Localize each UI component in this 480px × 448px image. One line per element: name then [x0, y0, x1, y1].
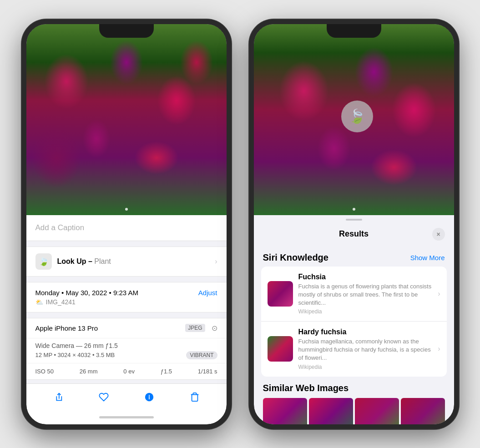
home-bar	[99, 416, 154, 418]
right-phone-screen: 🍃 Results × Siri Knowledge	[254, 24, 454, 424]
info-button[interactable]: i	[142, 390, 156, 404]
similar-images-title: Similar Web Images	[263, 383, 445, 393]
date-text: Monday • May 30, 2022 • 9:23 AM	[35, 289, 138, 297]
results-title: Results	[276, 229, 432, 239]
flower-image	[26, 24, 227, 215]
hardy-thumb-image	[268, 336, 293, 362]
photo-dot-indicator	[125, 208, 128, 211]
similar-image-3[interactable]	[355, 398, 399, 424]
home-indicator	[26, 411, 227, 424]
photo-details-area: Add a Caption 🍃 Look Up – Plant › Monday…	[26, 215, 227, 383]
ev-value: 0 ev	[123, 368, 135, 375]
focal-value: 26 mm	[80, 368, 98, 375]
heart-button[interactable]	[97, 390, 111, 404]
photo-display[interactable]	[26, 24, 227, 215]
similar-images-grid	[263, 398, 445, 424]
lookup-row[interactable]: 🍃 Look Up – Plant ›	[26, 247, 227, 277]
siri-visual-bubble: 🍃	[341, 101, 373, 132]
fuchsia-chevron-icon: ›	[438, 290, 440, 298]
location-icon: ⊙	[212, 324, 217, 332]
sheet-handle	[254, 215, 454, 224]
siri-knowledge-title: Siri Knowledge	[263, 252, 328, 263]
right-notch	[327, 24, 381, 38]
caption-input[interactable]: Add a Caption	[26, 215, 227, 241]
phones-container: Add a Caption 🍃 Look Up – Plant › Monday…	[22, 20, 459, 429]
notch	[99, 24, 154, 38]
iso-value: ISO 50	[35, 368, 54, 375]
lookup-label: Look Up – Plant	[57, 257, 111, 266]
camera-info-section: Apple iPhone 13 Pro JPEG ⊙ Wide Camera —…	[26, 318, 227, 380]
siri-photo-dot	[353, 208, 355, 211]
hardy-fuchsia-item[interactable]: Hardy fuchsia Fuchsia magellanica, commo…	[261, 322, 447, 377]
siri-leaf-visual-icon: 🍃	[349, 108, 365, 124]
bottom-toolbar: i	[26, 383, 227, 411]
fuchsia-thumbnail	[268, 281, 293, 307]
hardy-fuchsia-source: Wikipedia	[298, 364, 433, 370]
similar-image-2[interactable]	[309, 398, 353, 424]
share-button[interactable]	[51, 390, 65, 404]
results-sheet: Results × Siri Knowledge Show More	[254, 215, 454, 424]
handle-bar	[346, 219, 362, 221]
delete-button[interactable]	[188, 390, 202, 404]
camera-device-name: Apple iPhone 13 Pro	[35, 324, 98, 332]
similar-images-section: Similar Web Images	[261, 377, 447, 424]
hardy-fuchsia-description: Fuchsia magellanica, commonly known as t…	[298, 337, 433, 362]
shutter-value: 1/181 s	[198, 368, 217, 375]
fuchsia-name: Fuchsia	[298, 273, 433, 281]
siri-leaf-icon: 🍃	[35, 253, 52, 270]
lens-info: Wide Camera — 26 mm ƒ1.5	[35, 342, 217, 349]
similar-image-1[interactable]	[263, 398, 307, 424]
knowledge-card: Fuchsia Fuchsia is a genus of flowering …	[261, 267, 447, 377]
fuchsia-source: Wikipedia	[298, 308, 433, 315]
camera-header-row: Apple iPhone 13 Pro JPEG ⊙	[26, 318, 227, 338]
cloud-icon: ⛅	[35, 298, 43, 306]
jpeg-badge: JPEG	[185, 324, 205, 332]
resolution-text: 12 MP • 3024 × 4032 • 3.5 MB	[35, 352, 115, 358]
close-button[interactable]: ×	[432, 228, 445, 241]
hardy-fuchsia-thumbnail	[268, 336, 293, 362]
fuchsia-thumb-image	[268, 281, 293, 307]
fuchsia-description: Fuchsia is a genus of flowering plants t…	[298, 282, 433, 307]
left-phone: Add a Caption 🍃 Look Up – Plant › Monday…	[22, 20, 231, 429]
left-phone-screen: Add a Caption 🍃 Look Up – Plant › Monday…	[26, 24, 227, 424]
filename-text: IMG_4241	[46, 298, 76, 306]
hardy-fuchsia-chevron-icon: ›	[438, 345, 440, 353]
fuchsia-text: Fuchsia Fuchsia is a genus of flowering …	[298, 273, 433, 315]
similar-image-4[interactable]	[401, 398, 445, 424]
results-header: Results ×	[254, 224, 454, 246]
adjust-button[interactable]: Adjust	[198, 289, 217, 297]
aperture-value: ƒ1.5	[161, 368, 172, 375]
right-phone: 🍃 Results × Siri Knowledge	[249, 20, 459, 429]
lookup-chevron-icon: ›	[215, 257, 217, 266]
vibrant-badge: VIBRANT	[186, 351, 217, 359]
results-content: Siri Knowledge Show More Fuchsia Fuchsia…	[254, 246, 454, 424]
siri-knowledge-header: Siri Knowledge Show More	[261, 246, 447, 267]
right-photo-display: 🍃	[254, 24, 454, 215]
fuchsia-item[interactable]: Fuchsia Fuchsia is a genus of flowering …	[261, 267, 447, 322]
svg-point-2	[148, 395, 149, 396]
hardy-fuchsia-text: Hardy fuchsia Fuchsia magellanica, commo…	[298, 328, 433, 370]
camera-detail-row: Wide Camera — 26 mm ƒ1.5 12 MP • 3024 × …	[26, 338, 227, 363]
exif-data-row: ISO 50 26 mm 0 ev ƒ1.5 1/181 s	[26, 363, 227, 379]
show-more-button[interactable]: Show More	[410, 254, 445, 262]
date-info-row: Monday • May 30, 2022 • 9:23 AM Adjust ⛅…	[26, 282, 227, 312]
hardy-fuchsia-name: Hardy fuchsia	[298, 328, 433, 336]
